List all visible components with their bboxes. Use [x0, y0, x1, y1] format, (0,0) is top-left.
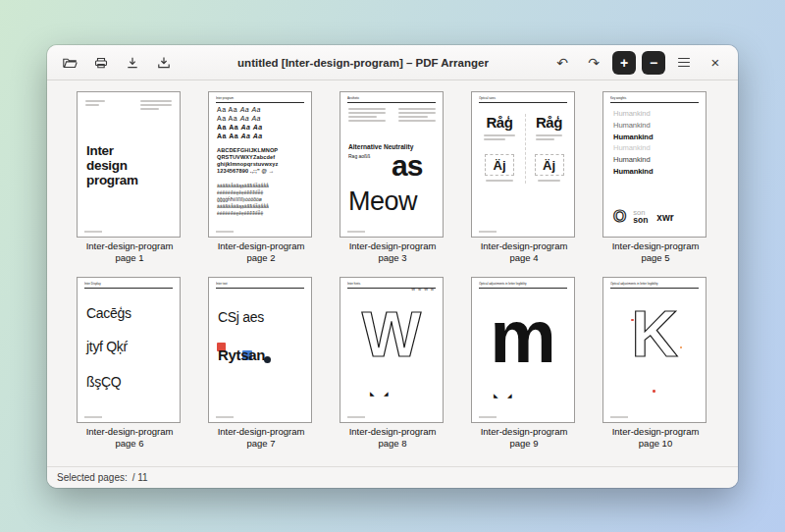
close-button[interactable]: ×: [703, 51, 728, 75]
zoom-in-button[interactable]: +: [612, 51, 636, 75]
window-title: untitled [Inter-design-program] – PDF Ar…: [181, 57, 546, 69]
page-caption-5: Inter-design-programpage 5: [602, 240, 708, 264]
page-caption-10: Inter-design-programpage 10: [602, 426, 708, 450]
page-preview-1: Interdesignprogram: [77, 91, 181, 238]
import-button[interactable]: [151, 51, 177, 75]
arrow-down-icon: [125, 55, 140, 71]
thumbnail-page-3[interactable]: Aesthetic Alternative Neutrality Rag aoß…: [340, 91, 445, 264]
page-caption-7: Inter-design-programpage 7: [208, 426, 314, 450]
page-caption-1: Inter-design-programpage 1: [77, 240, 183, 264]
thumbnail-page-6[interactable]: Inter Display Cacēģs jtyf Qķŕ ßşÇQ Inter…: [77, 277, 183, 450]
pdf-arranger-window: untitled [Inter-design-program] – PDF Ar…: [47, 45, 738, 488]
selected-pages-value: / 11: [132, 472, 148, 483]
thumbnail-page-5[interactable]: Key weights Humankind Humankind Humankin…: [602, 91, 708, 264]
printer-icon: [93, 55, 109, 71]
thumbnail-page-8[interactable]: Inter hints W w W w W ◣ ◢ Inter-design-p…: [340, 277, 445, 450]
titlebar-left-actions: [57, 51, 177, 75]
giant-m-glyph: m: [490, 294, 556, 378]
arrow-down-tray-icon: [156, 55, 172, 71]
specimen-glyphs-meow: Meow: [348, 186, 417, 217]
titlebar-right-actions: ↶ ↷ + − ×: [550, 51, 728, 75]
page-preview-3: Aesthetic Alternative Neutrality Rag aoß…: [340, 91, 444, 238]
weight-list: Humankind Humankind Humankind Humankind …: [613, 108, 698, 178]
page-preview-4: Optical sizes Råģ Äj Råģ Äj: [471, 91, 575, 238]
thumbnail-page-10[interactable]: Optical adjustments in letter legibility…: [602, 277, 708, 450]
minus-icon: −: [650, 56, 657, 70]
giant-w-glyph: W: [362, 299, 421, 370]
undo-icon: ↶: [556, 55, 568, 71]
thumbnail-page-7[interactable]: Inter text CSj aes Rytsan Inter-design-p…: [208, 277, 314, 450]
page-caption-3: Inter-design-programpage 3: [340, 240, 445, 264]
close-icon: ×: [711, 54, 720, 71]
page-grid: Interdesignprogram Inter-design-programp…: [47, 80, 738, 466]
undo-button[interactable]: ↶: [550, 51, 575, 75]
redo-icon: ↷: [588, 55, 600, 71]
glyph-sample-row: O son son xwr: [613, 207, 698, 227]
page-caption-4: Inter-design-programpage 4: [471, 240, 577, 264]
page-caption-6: Inter-design-programpage 6: [77, 426, 183, 450]
page-preview-6: Inter Display Cacēģs jtyf Qķŕ ßşÇQ: [77, 277, 181, 423]
thumbnail-page-4[interactable]: Optical sizes Råģ Äj Råģ Äj Inter-design…: [471, 91, 577, 264]
thumbnail-page-9[interactable]: Optical adjustments in letter legibility…: [471, 277, 577, 450]
annotation-dot: [631, 319, 634, 322]
page-preview-2: Inter program Aa Aa Aa Aa Aa Aa Aa Aa Aa…: [208, 91, 312, 238]
specimen-glyphs-as: as: [392, 149, 422, 183]
hamburger-menu-icon: [678, 58, 690, 68]
redo-button[interactable]: ↷: [581, 51, 606, 75]
page-caption-8: Inter-design-programpage 8: [340, 426, 445, 450]
page-caption-2: Inter-design-programpage 2: [208, 240, 314, 264]
page-preview-7: Inter text CSj aes Rytsan: [208, 277, 312, 423]
selected-pages-label: Selected pages:: [57, 472, 128, 483]
folder-open-icon: [62, 55, 78, 71]
statusbar: Selected pages: / 11: [47, 466, 738, 488]
save-button[interactable]: [120, 51, 145, 75]
plus-icon: +: [620, 56, 628, 70]
page-caption-9: Inter-design-programpage 9: [471, 426, 577, 450]
open-button[interactable]: [57, 51, 82, 75]
page-preview-10: Optical adjustments in letter legibility…: [602, 277, 706, 423]
menu-button[interactable]: [671, 51, 697, 75]
specimen-title: Interdesignprogram: [86, 143, 138, 187]
titlebar: untitled [Inter-design-program] – PDF Ar…: [47, 45, 738, 80]
page-preview-9: Optical adjustments in letter legibility…: [471, 277, 575, 423]
thumbnail-page-2[interactable]: Inter program Aa Aa Aa Aa Aa Aa Aa Aa Aa…: [208, 91, 314, 264]
page-preview-5: Key weights Humankind Humankind Humankin…: [602, 91, 706, 238]
page-preview-8: Inter hints W w W w W ◣ ◢: [340, 277, 444, 423]
zoom-out-button[interactable]: −: [642, 51, 665, 75]
giant-k-glyph: K: [631, 297, 678, 370]
annotation-dot: [653, 390, 655, 393]
thumbnail-page-1[interactable]: Interdesignprogram Inter-design-programp…: [77, 91, 183, 264]
print-button[interactable]: [88, 51, 114, 75]
